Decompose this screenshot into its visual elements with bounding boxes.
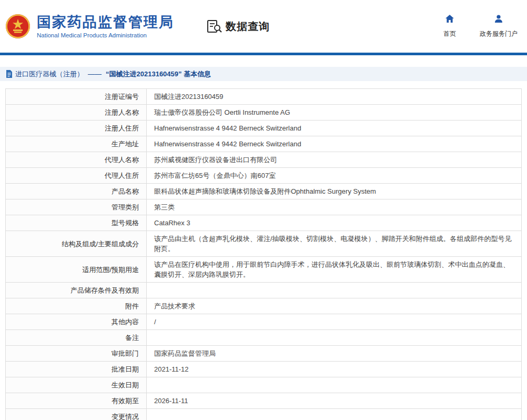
breadcrumb: 进口医疗器械（注册） —— “国械注进20213160459” 基本信息 — [0, 67, 527, 81]
table-row: 生产地址Hafnerwisenstrasse 4 9442 Berneck Sw… — [6, 136, 522, 152]
row-value — [147, 409, 522, 420]
table-row: 批准日期2021-11-12 — [6, 362, 522, 377]
row-value: 苏州市富仁坊65号（金鼎中心）南607室 — [147, 168, 522, 184]
table-row: 注册证编号国械注进20213160459 — [6, 89, 522, 105]
row-label: 有效期至 — [6, 393, 147, 409]
nav-portal[interactable]: 政务服务门户 — [480, 14, 518, 38]
info-table-body: 注册证编号国械注进20213160459注册人名称瑞士傲帝仪器股份公司 Oert… — [6, 89, 522, 420]
row-value: 产品技术要求 — [147, 298, 522, 314]
table-row: 审批部门国家药品监督管理局 — [6, 346, 522, 362]
table-row: 注册人住所Hafnerwisenstrasse 4 9442 Berneck S… — [6, 121, 522, 136]
document-icon — [5, 70, 13, 78]
row-label: 生效日期 — [6, 377, 147, 393]
row-label: 产品名称 — [6, 184, 147, 199]
row-label: 变更情况 — [6, 409, 147, 420]
row-value: 2021-11-12 — [147, 362, 522, 377]
row-value: CataRhex 3 — [147, 215, 522, 231]
table-row: 注册人名称瑞士傲帝仪器股份公司 Oertli Instrumente AG — [6, 105, 522, 121]
table-row: 其他内容/ — [6, 314, 522, 330]
breadcrumb-current: “国械注进20213160459” 基本信息 — [106, 69, 211, 79]
nav-home[interactable]: 首页 — [438, 14, 462, 38]
breadcrumb-separator: —— — [88, 70, 102, 78]
nav-portal-label: 政务服务门户 — [480, 29, 518, 38]
national-emblem-icon — [5, 14, 31, 39]
registration-info-table: 注册证编号国械注进20213160459注册人名称瑞士傲帝仪器股份公司 Oert… — [5, 88, 522, 420]
row-value: 国械注进20213160459 — [147, 89, 522, 105]
table-row: 产品储存条件及有效期 — [6, 283, 522, 298]
table-row: 型号规格CataRhex 3 — [6, 215, 522, 231]
table-row: 有效期至2026-11-11 — [6, 393, 522, 409]
row-value: 苏州威视健医疗仪器设备进出口有限公司 — [147, 152, 522, 168]
site-logo[interactable]: 国家药品监督管理局 National Medical Products Admi… — [5, 14, 174, 39]
row-value: Hafnerwisenstrasse 4 9442 Berneck Switze… — [147, 136, 522, 152]
table-row: 代理人住所苏州市富仁坊65号（金鼎中心）南607室 — [6, 168, 522, 184]
row-label: 结构及组成/主要组成成分 — [6, 231, 147, 257]
row-value: 该产品由主机（含超声乳化模块、灌注/抽吸模块、切割模块、电凝模块）、脚踏开关和附… — [147, 231, 522, 257]
row-value — [147, 330, 522, 346]
row-label: 批准日期 — [6, 362, 147, 377]
row-label: 注册证编号 — [6, 89, 147, 105]
row-label: 型号规格 — [6, 215, 147, 231]
row-label: 生产地址 — [6, 136, 147, 152]
site-header: 国家药品监督管理局 National Medical Products Admi… — [0, 0, 527, 53]
data-query-title: 数据查询 — [226, 19, 270, 34]
home-icon — [445, 14, 454, 26]
row-value: 瑞士傲帝仪器股份公司 Oertli Instrumente AG — [147, 105, 522, 121]
person-icon — [494, 14, 503, 26]
registration-info-table-wrap: 注册证编号国械注进20213160459注册人名称瑞士傲帝仪器股份公司 Oert… — [5, 88, 522, 420]
row-value: 国家药品监督管理局 — [147, 346, 522, 362]
row-label: 备注 — [6, 330, 147, 346]
row-label: 适用范围/预期用途 — [6, 257, 147, 283]
org-name-en: National Medical Products Administration — [37, 32, 174, 38]
table-row: 适用范围/预期用途该产品在医疗机构中使用，用于眼前节白内障手术，进行晶状体乳化及… — [6, 257, 522, 283]
table-row: 生效日期 — [6, 377, 522, 393]
row-label: 审批部门 — [6, 346, 147, 362]
row-value: Hafnerwisenstrasse 4 9442 Berneck Switze… — [147, 121, 522, 136]
row-value — [147, 283, 522, 298]
table-row: 备注 — [6, 330, 522, 346]
row-label: 代理人名称 — [6, 152, 147, 168]
table-row: 管理类别第三类 — [6, 199, 522, 215]
row-label: 代理人住所 — [6, 168, 147, 184]
breadcrumb-category[interactable]: 进口医疗器械（注册） — [15, 69, 84, 79]
table-row: 变更情况 — [6, 409, 522, 420]
org-name-zh: 国家药品监督管理局 — [37, 14, 174, 31]
table-row: 产品名称眼科晶状体超声摘除和玻璃体切除设备及附件Ophthalmic Surge… — [6, 184, 522, 199]
row-value: / — [147, 314, 522, 330]
org-titles: 国家药品监督管理局 National Medical Products Admi… — [37, 14, 174, 38]
data-query-icon — [207, 19, 222, 33]
row-value: 2026-11-11 — [147, 393, 522, 409]
nav-home-label: 首页 — [443, 29, 456, 38]
header-nav: 首页 政务服务门户 — [438, 14, 521, 38]
data-query-section: 数据查询 — [207, 19, 270, 34]
table-row: 附件产品技术要求 — [6, 298, 522, 314]
row-label: 产品储存条件及有效期 — [6, 283, 147, 298]
table-row: 结构及组成/主要组成成分该产品由主机（含超声乳化模块、灌注/抽吸模块、切割模块、… — [6, 231, 522, 257]
row-value — [147, 377, 522, 393]
row-value: 第三类 — [147, 199, 522, 215]
table-row: 代理人名称苏州威视健医疗仪器设备进出口有限公司 — [6, 152, 522, 168]
row-value: 眼科晶状体超声摘除和玻璃体切除设备及附件Ophthalmic Surgery S… — [147, 184, 522, 199]
row-label: 注册人名称 — [6, 105, 147, 121]
header-divider-bar — [0, 53, 527, 55]
row-label: 其他内容 — [6, 314, 147, 330]
row-label: 管理类别 — [6, 199, 147, 215]
row-label: 附件 — [6, 298, 147, 314]
page: 国家药品监督管理局 National Medical Products Admi… — [0, 0, 527, 420]
row-label: 注册人住所 — [6, 121, 147, 136]
row-value: 该产品在医疗机构中使用，用于眼前节白内障手术，进行晶状体乳化及吸出、眼前节玻璃体… — [147, 257, 522, 283]
